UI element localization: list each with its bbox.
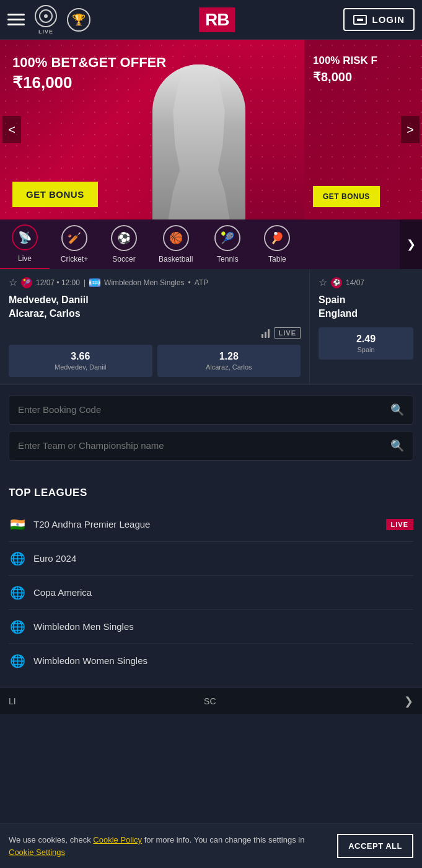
live-sport-icon: 📡 xyxy=(12,224,38,250)
league-item-copamerica[interactable]: 🌐 Copa America xyxy=(9,576,413,610)
odd-value-alcaraz: 1.28 xyxy=(162,351,296,362)
sports-nav-inner: 📡 Live 🏏 Cricket+ ⚽ Soccer 🏀 Basketball … xyxy=(0,219,400,269)
bottom-hint-arrow[interactable]: ❯ xyxy=(404,694,413,708)
sport-item-tennis[interactable]: 🎾 Tennis xyxy=(203,220,252,268)
sport-label-live: Live xyxy=(18,254,32,263)
accept-all-button[interactable]: ACCEPT ALL xyxy=(337,834,413,858)
banner-section: 100% BET&GET OFFER ₹16,000 GET BONUS 100… xyxy=(0,40,422,219)
flag-wimbledonmen: 🌐 xyxy=(9,620,26,634)
sports-nav: 📡 Live 🏏 Cricket+ ⚽ Soccer 🏀 Basketball … xyxy=(0,219,422,269)
banner-right-offer: 100% RISK F xyxy=(313,55,413,67)
get-bonus-button-left[interactable]: GET BONUS xyxy=(12,182,98,207)
sport-label-cricket: Cricket+ xyxy=(61,255,88,264)
signal-bars-icon xyxy=(262,328,270,338)
match-card-right: ☆ ⚽ 14/07 Spain England 2.49 Spain xyxy=(310,269,422,384)
odd-label-alcaraz: Alcaraz, Carlos xyxy=(162,363,296,371)
cookie-text-before: We use cookies, check xyxy=(9,835,93,844)
flag-wimbledonwomen: 🌐 xyxy=(9,654,26,668)
booking-code-wrap: 🔍 xyxy=(9,395,413,425)
table-sport-icon: 🏓 xyxy=(264,225,290,251)
league-name-copamerica: Copa America xyxy=(33,587,413,598)
league-item-wimbledonmen[interactable]: 🌐 Wimbledon Men Singles xyxy=(9,610,413,644)
match-date-right: 14/07 xyxy=(346,278,364,287)
cookie-text: We use cookies, check Cookie Policy for … xyxy=(9,834,328,858)
sport-label-table: Table xyxy=(268,255,286,264)
league-name-wimbledonwomen: Wimbledon Women Singles xyxy=(33,655,413,666)
match-meta-left: ☆ 🎾 12/07 • 12:00 | 🌐 Wimbledon Men Sing… xyxy=(9,277,301,288)
flag-icon-left: 🌐 xyxy=(89,278,100,287)
player1-right: Spain xyxy=(319,293,413,307)
top-leagues-section: TOP LEAGUES 🇮🇳 T20 Andhra Premier League… xyxy=(0,477,422,688)
bottom-hint: LI SC ❯ xyxy=(0,688,422,714)
sport-label-basketball: Basketball xyxy=(159,255,193,264)
odd-label-spain: Spain xyxy=(323,346,408,353)
get-bonus-button-right[interactable]: GET BONUS xyxy=(313,186,380,207)
league-name-wimbledonmen: Wimbledon Men Singles xyxy=(33,621,413,632)
cookie-text-middle: for more info. You can change this setti… xyxy=(142,835,304,844)
favourite-star-right[interactable]: ☆ xyxy=(319,277,327,288)
league-name-euro2024: Euro 2024 xyxy=(33,553,413,564)
login-button[interactable]: LOGIN xyxy=(343,8,415,31)
odd-button-alcaraz[interactable]: 1.28 Alcaraz, Carlos xyxy=(157,345,301,377)
sport-item-soccer[interactable]: ⚽ Soccer xyxy=(99,220,149,268)
header-left: LIVE 🏆 xyxy=(7,5,90,35)
logo: RB xyxy=(199,7,235,32)
cricket-sport-icon: 🏏 xyxy=(61,225,87,251)
odd-button-spain[interactable]: 2.49 Spain xyxy=(319,327,413,360)
player2-right: England xyxy=(319,307,413,321)
banner-next-button[interactable]: > xyxy=(401,116,420,143)
booking-search-icon[interactable]: 🔍 xyxy=(390,403,404,417)
live-badge-t20andhra: LIVE xyxy=(386,519,413,530)
odd-button-medvedev[interactable]: 3.66 Medvedev, Daniil xyxy=(9,345,152,377)
player1-left: Medvedev, Daniil xyxy=(9,293,301,307)
league-item-euro2024[interactable]: 🌐 Euro 2024 xyxy=(9,542,413,576)
banner-prev-button[interactable]: < xyxy=(2,116,21,143)
card-icon xyxy=(353,15,367,25)
sports-nav-arrow[interactable]: ❯ xyxy=(400,219,422,269)
match-teams-right: Spain England xyxy=(319,293,413,321)
sport-item-table[interactable]: 🏓 Table xyxy=(252,220,302,268)
sport-label-tennis: Tennis xyxy=(217,255,239,264)
league-name-t20andhra: T20 Andhra Premier League xyxy=(33,519,379,529)
menu-icon[interactable] xyxy=(7,14,25,25)
banner-main: 100% BET&GET OFFER ₹16,000 GET BONUS xyxy=(0,40,304,219)
cookie-policy-link[interactable]: Cookie Policy xyxy=(93,835,142,844)
flag-t20andhra: 🇮🇳 xyxy=(9,518,26,531)
odd-value-medvedev: 3.66 xyxy=(14,351,147,362)
sport-ball-right: ⚽ xyxy=(331,277,342,288)
header: LIVE 🏆 RB LOGIN xyxy=(0,0,422,40)
championship-search-icon[interactable]: 🔍 xyxy=(390,439,404,453)
matches-row: ☆ 🎾 12/07 • 12:00 | 🌐 Wimbledon Men Sing… xyxy=(0,269,422,385)
league-item-wimbledonwomen[interactable]: 🌐 Wimbledon Women Singles xyxy=(9,644,413,678)
match-meta-right: ☆ ⚽ 14/07 xyxy=(319,277,413,288)
search-section: 🔍 🔍 xyxy=(0,385,422,477)
live-tag-left: LIVE xyxy=(275,327,301,339)
sport-item-live[interactable]: 📡 Live xyxy=(0,219,50,269)
sport-ball-left: 🎾 xyxy=(21,277,32,288)
championship-search-input[interactable] xyxy=(18,440,390,451)
odd-value-spain: 2.49 xyxy=(323,334,408,345)
championship-search-wrap: 🔍 xyxy=(9,431,413,461)
match-teams-left: Medvedev, Daniil Alcaraz, Carlos xyxy=(9,293,301,321)
bottom-hint-left: LI xyxy=(9,696,16,706)
live-broadcast-icon[interactable]: LIVE xyxy=(35,5,57,35)
player2-left: Alcaraz, Carlos xyxy=(9,307,301,321)
flag-euro2024: 🌐 xyxy=(9,552,26,565)
banner-right-amount: ₹8,000 xyxy=(313,69,413,84)
tennis-sport-icon: 🎾 xyxy=(214,225,240,251)
series-left: ATP xyxy=(195,278,208,287)
sport-item-cricket[interactable]: 🏏 Cricket+ xyxy=(50,220,99,268)
match-card-left: ☆ 🎾 12/07 • 12:00 | 🌐 Wimbledon Men Sing… xyxy=(0,269,310,384)
banner-player xyxy=(143,52,255,219)
odds-row-right: 2.49 Spain xyxy=(319,327,413,360)
booking-code-input[interactable] xyxy=(18,404,390,415)
sport-item-basketball[interactable]: 🏀 Basketball xyxy=(149,220,203,268)
tournament-left: Wimbledon Men Singles xyxy=(104,278,184,287)
soccer-sport-icon: ⚽ xyxy=(111,225,137,251)
bottom-hint-right: SC xyxy=(204,696,216,706)
trophy-icon[interactable]: 🏆 xyxy=(67,8,90,32)
cookie-settings-link[interactable]: Cookie Settings xyxy=(9,848,65,857)
favourite-star-left[interactable]: ☆ xyxy=(9,277,17,288)
match-live-row: LIVE xyxy=(9,327,301,339)
league-item-t20andhra[interactable]: 🇮🇳 T20 Andhra Premier League LIVE xyxy=(9,508,413,542)
